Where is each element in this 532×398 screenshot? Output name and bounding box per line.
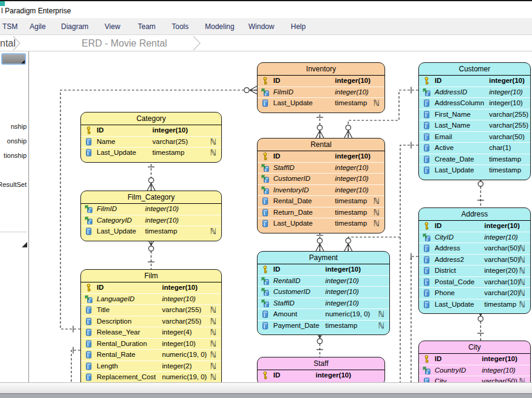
breadcrumb-item-movie-rental[interactable]: ntal <box>0 35 16 51</box>
column-name: Rental_Duration <box>97 339 147 350</box>
column-row[interactable]: StaffIDinteger(10) <box>258 298 389 309</box>
horizontal-scroll-panel[interactable] <box>0 382 532 393</box>
column-row[interactable]: Rental_Datetimestampℕ <box>258 195 384 207</box>
menu-item-agile[interactable]: Agile <box>27 18 48 35</box>
column-name: FilmID <box>97 204 117 215</box>
menu-item-view[interactable]: View <box>102 18 123 35</box>
column-row[interactable]: RentalIDinteger(10) <box>258 275 389 287</box>
column-row[interactable]: CustomerIDinteger(10) <box>258 173 384 184</box>
column-row[interactable]: Last_Updatetimestamp <box>419 165 530 176</box>
column-row[interactable]: IDinteger(10) <box>419 354 530 365</box>
column-icon <box>423 289 430 297</box>
column-type: timestamp <box>152 148 184 158</box>
palette-item-resultset[interactable]: ResultSet <box>0 180 27 189</box>
column-row[interactable]: Last_Updatetimestampℕ <box>81 147 221 158</box>
column-row[interactable]: Last_Updatetimestampℕ <box>258 218 384 229</box>
column-type: integer(10) <box>145 215 179 226</box>
column-name: Payment_Date <box>273 321 319 331</box>
breadcrumb-item-erd-movie-rental[interactable]: ERD - Movie Rental <box>82 35 167 51</box>
column-row[interactable]: IDinteger(10) <box>419 221 530 232</box>
column-row[interactable]: Emailvarchar(50) <box>419 131 530 143</box>
column-row[interactable]: IDinteger(10) <box>81 282 221 293</box>
nullable-icon: ℕ <box>374 98 380 109</box>
entity-rental[interactable]: RentalIDinteger(10)StaffIDinteger(10)Cus… <box>257 138 385 233</box>
column-row[interactable]: Rental_Ratenumeric(19, 0)ℕ <box>81 349 221 360</box>
menu-item-help[interactable]: Help <box>288 18 308 35</box>
column-type: integer(10) <box>335 174 369 184</box>
entity-title: Rental <box>258 139 384 151</box>
column-row[interactable]: Rental_Durationinteger(10)ℕ <box>81 338 221 350</box>
menu-item-modeling[interactable]: Modeling <box>203 18 237 35</box>
entity-film[interactable]: FilmIDinteger(10)LanguageIDinteger(10)Ti… <box>80 269 222 382</box>
column-row[interactable]: Return_Datetimestampℕ <box>258 207 384 218</box>
diagram-canvas[interactable]: InventoryIDinteger(10)FilmIDinteger(10)L… <box>30 51 532 382</box>
menu-item-tsm[interactable]: TSM <box>0 18 20 35</box>
column-row[interactable]: First_Namevarchar(255) <box>419 109 530 120</box>
column-name: Rental_Rate <box>97 350 135 360</box>
column-row[interactable]: IDinteger(10) <box>258 264 389 275</box>
column-row[interactable]: Lengthinteger(2)ℕ <box>81 360 221 372</box>
entity-city[interactable]: CityIDinteger(10)CountryIDinteger(10)Cit… <box>418 341 531 382</box>
entity-staff[interactable]: StaffIDinteger(10) <box>257 357 385 382</box>
column-row[interactable]: Postal_Codevarchar(10)ℕ <box>419 276 530 288</box>
column-row[interactable]: Create_Datetimestamp <box>419 154 530 165</box>
column-row[interactable]: LanguageIDinteger(10) <box>81 293 221 305</box>
column-row[interactable]: CityIDinteger(10) <box>419 232 530 243</box>
column-row[interactable]: IDinteger(10) <box>419 76 530 86</box>
column-row[interactable]: AddressColumninteger(10) <box>419 97 530 109</box>
column-row[interactable]: Descriptionvarchar(255)ℕ <box>81 316 221 327</box>
column-row[interactable]: Payment_Datetimestampℕ <box>258 320 389 331</box>
menu-item-tools[interactable]: Tools <box>169 18 191 35</box>
column-row[interactable]: Cityvarchar(50)ℕ <box>419 376 530 382</box>
column-row[interactable]: AddressIDinteger(10) <box>419 86 530 98</box>
entity-payment[interactable]: PaymentIDinteger(10)RentalIDinteger(10)C… <box>257 251 390 335</box>
column-row[interactable]: Phonevarchar(20)ℕ <box>419 287 530 299</box>
column-name: Address2 <box>435 255 464 266</box>
column-row[interactable]: Last_Updatetimestampℕ <box>81 226 221 237</box>
menu-item-team[interactable]: Team <box>135 18 158 35</box>
menu-item-window[interactable]: Window <box>246 18 277 35</box>
entity-category[interactable]: CategoryIDinteger(10)Namevarchar(25)ℕLas… <box>80 112 222 163</box>
column-type: integer(20) <box>484 266 518 276</box>
column-row[interactable]: CustomerIDinteger(10) <box>258 286 389 298</box>
column-row[interactable]: Last_Updatetimestampℕ <box>419 299 530 310</box>
column-row[interactable]: Addressvarchar(50)ℕ <box>419 243 530 254</box>
column-row[interactable]: IDinteger(10) <box>258 151 384 162</box>
column-row[interactable]: InventoryIDinteger(10) <box>258 184 384 196</box>
menu-item-diagram[interactable]: Diagram <box>59 18 91 35</box>
entity-customer[interactable]: CustomerIDinteger(10)AddressIDinteger(10… <box>418 62 531 180</box>
column-row[interactable]: StaffIDinteger(10) <box>258 162 384 174</box>
column-row[interactable]: Namevarchar(25)ℕ <box>81 136 221 148</box>
column-type: integer(10) <box>335 87 369 98</box>
column-row[interactable]: Release_Yearinteger(4)ℕ <box>81 327 221 338</box>
column-row[interactable]: Last_Updatetimestampℕ <box>258 97 384 109</box>
column-row[interactable]: FilmIDinteger(10) <box>258 86 384 98</box>
column-row[interactable]: Titlevarchar(255)ℕ <box>81 304 221 316</box>
column-icon <box>261 322 269 330</box>
entity-inventory[interactable]: InventoryIDinteger(10)FilmIDinteger(10)L… <box>257 62 385 113</box>
column-row[interactable]: CategoryIDinteger(10) <box>81 215 221 226</box>
column-row[interactable]: CountryIDinteger(10) <box>419 365 530 376</box>
column-row[interactable]: Replacement_Costnumeric(19, 0)ℕ <box>81 371 221 382</box>
column-type: integer(10) <box>325 276 359 287</box>
entity-film_category[interactable]: Film_CategoryFilmIDinteger(10)CategoryID… <box>80 191 222 241</box>
column-row[interactable]: Amountnumeric(19, 0)ℕ <box>258 308 389 320</box>
nullable-icon: ℕ <box>210 350 216 360</box>
palette-selected-tool[interactable] <box>1 53 26 65</box>
column-row[interactable]: IDinteger(10) <box>258 370 384 381</box>
foreign-key-icon <box>423 233 430 241</box>
column-row[interactable]: Address2varchar(50)ℕ <box>419 254 530 266</box>
column-row[interactable]: Last_Namevarchar(255) <box>419 120 530 131</box>
column-icon <box>85 149 92 157</box>
column-row[interactable]: Districtinteger(20)ℕ <box>419 265 530 276</box>
column-row[interactable]: Activechar(1) <box>419 142 530 154</box>
entity-address[interactable]: AddressIDinteger(10)CityIDinteger(10)Add… <box>418 207 531 314</box>
palette-item-nship[interactable]: nship <box>11 122 27 131</box>
palette-group-expander-icon[interactable] <box>22 242 27 247</box>
column-icon <box>423 267 430 275</box>
palette-item-tionship[interactable]: tionship <box>4 151 27 160</box>
column-row[interactable]: IDinteger(10) <box>81 125 221 136</box>
column-row[interactable]: IDinteger(10) <box>258 76 384 86</box>
palette-item-onship[interactable]: onship <box>7 137 27 145</box>
column-row[interactable]: FilmIDinteger(10) <box>81 204 221 215</box>
